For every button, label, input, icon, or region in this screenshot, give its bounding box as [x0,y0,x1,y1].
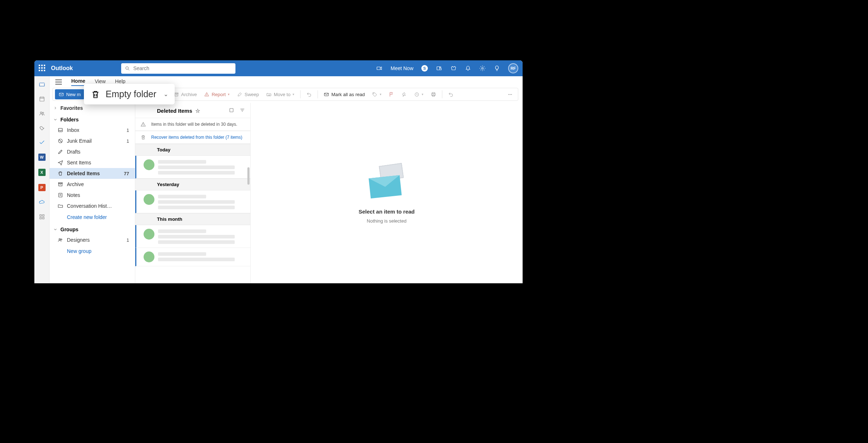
avatar [144,251,154,262]
people-icon[interactable] [39,110,45,117]
undo-button[interactable] [303,89,315,99]
undo2-button[interactable] [445,89,456,99]
reading-title: Select an item to read [358,208,414,215]
svg-point-0 [126,66,129,69]
svg-rect-36 [59,184,62,186]
svg-rect-2 [377,67,380,70]
star-icon[interactable]: ☆ [195,108,200,114]
calendar-icon[interactable] [39,96,45,102]
new-group-link[interactable]: New group [50,245,135,257]
svg-rect-28 [432,95,434,96]
bell-icon[interactable] [465,65,471,72]
flag-button[interactable] [386,89,397,99]
new-mail-button[interactable]: New m [55,89,84,99]
search-box[interactable] [121,63,235,74]
sidebar-item-inbox[interactable]: Inbox 1 [50,125,135,136]
list-item[interactable] [135,225,250,248]
sidebar-item-notes[interactable]: Notes [50,190,135,201]
svg-rect-13 [40,215,42,216]
skype-icon[interactable]: S [421,65,428,72]
tab-home[interactable]: Home [71,78,85,86]
print-button[interactable] [428,89,439,99]
warning-icon [140,121,146,127]
svg-line-1 [128,69,129,70]
avatar [144,229,154,240]
svg-rect-38 [59,193,62,197]
list-item[interactable] [135,248,250,266]
popup-label: Empty folder [106,89,156,99]
powerpoint-icon[interactable]: P [38,184,46,191]
select-all-icon[interactable] [229,107,234,114]
pin-button[interactable] [399,89,410,99]
onedrive-icon[interactable] [39,199,45,206]
svg-line-34 [59,139,62,142]
favorites-section[interactable]: Favorites [50,103,135,113]
recover-link[interactable]: Recover items deleted from this folder (… [151,135,242,140]
app-rail: W X P [34,76,50,283]
more-button[interactable] [505,89,516,99]
svg-rect-7 [40,97,44,101]
svg-point-24 [373,93,374,94]
scrollbar[interactable] [247,167,250,185]
avatar[interactable]: RF [508,63,518,73]
report-button[interactable]: Report▾ [201,89,233,99]
archive-icon [58,181,63,187]
create-folder-link[interactable]: Create new folder [50,211,135,223]
sidebar-item-archive[interactable]: Archive [50,179,135,190]
svg-rect-17 [59,93,63,96]
recover-row[interactable]: Recover items deleted from this folder (… [135,131,250,144]
notes-icon [58,192,63,198]
sidebar-item-designers[interactable]: Designers 1 [50,235,135,245]
list-item[interactable] [135,190,250,213]
lightbulb-icon[interactable] [494,65,500,72]
tag-button[interactable]: ▾ [369,89,384,99]
folders-sidebar: Favorites Folders Inbox 1 Junk Email 1 D… [50,103,135,283]
files-icon[interactable] [39,125,45,131]
sidebar-item-junk[interactable]: Junk Email 1 [50,136,135,146]
junk-icon [58,138,63,144]
group-today: Today [135,144,250,156]
list-title: Deleted Items [157,108,192,114]
todo-icon[interactable] [39,139,45,146]
svg-point-48 [143,125,144,126]
reading-subtitle: Nothing is selected [367,218,407,224]
word-icon[interactable]: W [38,154,46,161]
svg-point-12 [42,112,44,114]
more-apps-icon[interactable] [39,214,45,220]
sidebar-item-deleted[interactable]: Deleted Items 77 [50,168,135,179]
gear-icon[interactable] [479,65,486,72]
sidebar-item-conversation-history[interactable]: Conversation Hist… [50,201,135,211]
svg-rect-16 [42,218,44,219]
svg-point-30 [510,94,510,94]
teams-icon[interactable] [436,65,442,72]
nav-toggle-icon[interactable] [55,79,62,85]
svg-rect-15 [40,218,42,219]
sidebar-item-drafts[interactable]: Drafts [50,146,135,157]
chevron-down-icon[interactable]: ⌄ [163,91,168,98]
empty-folder-popup[interactable]: Empty folder ⌄ [84,84,175,104]
schedule-button[interactable]: ▾ [411,89,426,99]
mail-icon[interactable] [39,81,45,88]
list-item[interactable] [135,156,250,179]
meet-now-button[interactable]: Meet Now [391,65,413,71]
excel-icon[interactable]: X [38,169,46,176]
search-icon [125,66,130,71]
mark-all-read-button[interactable]: Mark all as read [321,89,367,99]
svg-point-29 [509,94,509,94]
groups-section[interactable]: Groups [50,223,135,235]
svg-point-5 [482,68,484,69]
sweep-button[interactable]: Sweep [234,89,262,99]
avatar [144,194,154,205]
group-yesterday: Yesterday [135,179,250,190]
archive-button[interactable]: Archive [171,89,200,99]
folders-section[interactable]: Folders [50,113,135,125]
chevron-right-icon [53,106,58,110]
folder-icon [58,203,63,209]
filter-icon[interactable] [239,107,245,114]
search-input[interactable] [133,65,232,71]
move-to-button[interactable]: Move to▾ [263,89,297,99]
sidebar-item-sent[interactable]: Sent Items [50,157,135,168]
group-month: This month [135,213,250,225]
app-launcher-icon[interactable] [39,65,46,72]
premium-icon[interactable] [450,65,457,72]
